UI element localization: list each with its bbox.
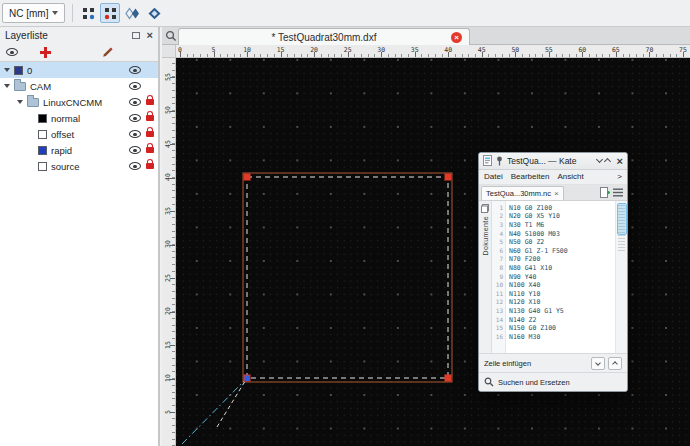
menu-item-bearbeiten[interactable]: Bearbeiten [511, 172, 550, 181]
line-number: 13 [492, 307, 505, 316]
next-button[interactable] [591, 357, 605, 370]
corner-handle[interactable] [445, 174, 452, 181]
eye-icon[interactable] [129, 82, 141, 90]
horizontal-ruler: 051015202530354045505560657075 [162, 45, 690, 58]
eye-icon[interactable] [129, 130, 141, 138]
search-icon [484, 377, 494, 387]
chevron-up-icon[interactable] [604, 158, 611, 165]
eye-icon[interactable] [129, 146, 141, 154]
expander-icon[interactable] [17, 100, 23, 104]
eye-icon[interactable] [129, 98, 141, 106]
layer-label: LinuxCNCMM [43, 97, 129, 108]
chevron-down-icon[interactable] [596, 156, 603, 163]
layer-color-swatch[interactable] [38, 114, 47, 123]
menu-burger-icon[interactable] [613, 188, 623, 197]
corner-handle[interactable] [445, 375, 452, 382]
layer-label: CAM [30, 81, 129, 92]
source-square-rect[interactable] [247, 177, 448, 378]
menu-item-datei[interactable]: Datei [484, 172, 503, 181]
rapid-move-line[interactable] [182, 378, 247, 444]
kate-titlebar[interactable]: TestQua... — Kate × [479, 153, 627, 170]
previous-button[interactable] [608, 357, 622, 370]
code-line: N120 X10 [509, 298, 615, 307]
snap-grid-button[interactable] [78, 3, 98, 23]
approach-line[interactable] [217, 378, 247, 427]
line-number: 12 [492, 298, 505, 307]
layer-color-swatch[interactable] [38, 162, 47, 171]
offset-path-rect[interactable] [243, 173, 452, 382]
lock-icon[interactable] [146, 147, 154, 153]
kate-file-tab[interactable]: TestQua...30mm.nc × [481, 186, 564, 200]
eye-icon[interactable] [129, 162, 141, 170]
sidebar-tab-dokumente[interactable]: Dokumente [482, 216, 489, 255]
layer-row[interactable]: LinuxCNCMM [0, 94, 158, 110]
pin-icon[interactable] [495, 156, 504, 166]
isometric-pair-button[interactable] [122, 3, 142, 23]
start-point-marker[interactable] [245, 376, 251, 382]
search-replace-row[interactable]: Suchen und Ersetzen [479, 372, 627, 391]
layer-row[interactable]: CAM [0, 78, 158, 94]
ruler-label: 15 [164, 338, 172, 351]
documents-icon[interactable] [481, 204, 489, 213]
tab-close-button[interactable]: × [451, 32, 462, 43]
tab-close-icon[interactable]: × [554, 189, 559, 198]
layer-color-swatch[interactable] [38, 146, 47, 155]
unit-mode-combobox[interactable]: NC [mm] [2, 3, 65, 23]
document-tabbar: * TestQuadrat30mm.dxf × [162, 27, 690, 45]
ruler-label: 5 [212, 46, 216, 54]
unit-mode-value: NC [mm] [9, 8, 48, 19]
edit-layer-pencil-icon[interactable] [101, 46, 114, 59]
undock-icon[interactable] [132, 32, 140, 39]
double-diamond-icon [125, 7, 140, 20]
layer-row[interactable]: normal [0, 110, 158, 126]
snap-entity-button[interactable] [100, 3, 120, 23]
panel-title: Layerliste [5, 30, 132, 41]
layer-color-swatch[interactable] [38, 130, 47, 139]
menu-overflow-icon[interactable]: > [617, 172, 622, 181]
isometric-single-button[interactable] [144, 3, 164, 23]
document-tab-title: * TestQuadrat30mm.dxf [272, 32, 377, 43]
code-editor[interactable]: N10 G0 Z100N20 G0 X5 Y10N30 T1 M6N40 S10… [506, 201, 615, 353]
close-icon[interactable]: × [617, 156, 623, 166]
application-window: NC [mm] [0, 0, 690, 446]
lock-icon[interactable] [146, 99, 154, 105]
layer-tree: 0CAMLinuxCNCMMnormaloffsetrapidsource [0, 61, 158, 446]
layer-color-swatch[interactable] [14, 66, 23, 75]
lock-icon[interactable] [146, 115, 154, 121]
ruler-label: 30 [377, 46, 385, 54]
lock-icon[interactable] [146, 163, 154, 169]
line-number: 11 [492, 290, 505, 299]
lock-icon[interactable] [146, 131, 154, 137]
expander-icon[interactable] [4, 84, 10, 88]
layer-row[interactable]: source [0, 158, 158, 174]
corner-handle[interactable] [244, 174, 251, 181]
ruler-label: 20 [310, 46, 318, 54]
layer-row[interactable]: 0 [0, 62, 158, 78]
toggle-visibility-eye-icon[interactable] [6, 48, 18, 56]
code-line: N60 G1 Z-1 F500 [509, 247, 615, 256]
folder-icon [14, 82, 26, 91]
new-document-icon[interactable] [600, 187, 610, 198]
layer-row[interactable]: offset [0, 126, 158, 142]
kate-title: TestQua... — Kate [507, 156, 594, 166]
close-icon[interactable]: × [147, 30, 153, 40]
document-tab[interactable]: * TestQuadrat30mm.dxf × [178, 28, 470, 45]
code-line: N10 G0 Z100 [509, 204, 615, 213]
eye-icon[interactable] [129, 114, 141, 122]
kate-tabbar: TestQua...30mm.nc × [479, 185, 627, 201]
ruler-label: 60 [578, 46, 586, 54]
menu-item-ansicht[interactable]: Ansicht [557, 172, 583, 181]
ruler-label: 45 [478, 46, 486, 54]
scrollbar-slider[interactable] [617, 203, 627, 235]
expander-icon[interactable] [4, 68, 10, 72]
layer-list-panel: Layerliste × 0CAMLinuxCNCMMnormaloffsetr… [0, 27, 160, 446]
layer-row[interactable]: rapid [0, 142, 158, 158]
editor-scrollbar[interactable] [615, 201, 627, 353]
eye-icon[interactable] [129, 66, 141, 74]
code-line: N50 G0 Z2 [509, 238, 615, 247]
add-layer-plus-icon[interactable] [40, 47, 51, 58]
magnifier-icon[interactable] [165, 30, 177, 42]
code-line: N100 X40 [509, 281, 615, 290]
kate-window: TestQua... — Kate × DateiBearbeitenAnsic… [478, 152, 628, 392]
ruler-label: 50 [164, 104, 172, 117]
